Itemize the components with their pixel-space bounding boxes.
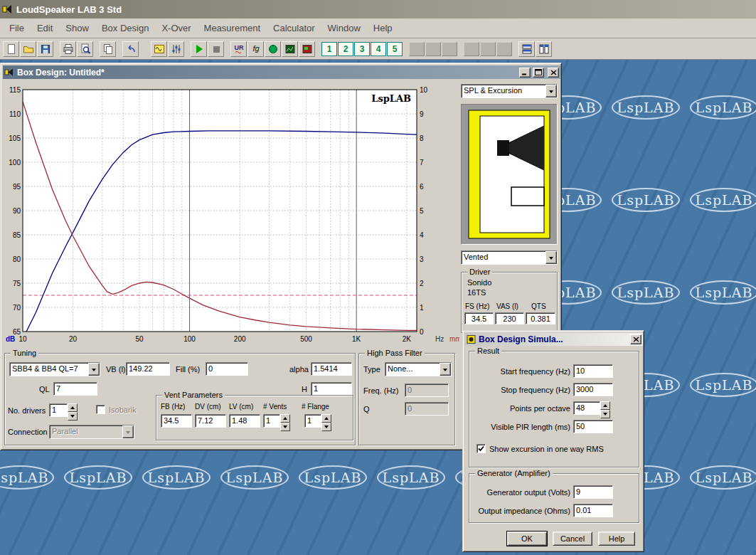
- wallpaper-logo: LspLAB: [612, 95, 680, 120]
- print-preview-icon: [80, 43, 91, 55]
- enclosure-type-select[interactable]: Vented: [461, 250, 558, 265]
- view-mode-select[interactable]: SPL & Excursion: [461, 84, 558, 98]
- start-frequency-input[interactable]: 10: [573, 364, 613, 378]
- svg-text:mm: mm: [449, 335, 459, 343]
- menu-help[interactable]: Help: [367, 23, 399, 33]
- hpf-type-dropdown-arrow-icon[interactable]: [440, 363, 451, 376]
- wallpaper-logo: LspLAB: [690, 280, 756, 305]
- points-per-octave-value[interactable]: 48: [573, 401, 600, 415]
- signal-setup-button[interactable]: [151, 41, 167, 57]
- dv-input[interactable]: 7.12: [195, 414, 226, 428]
- screen-red-button[interactable]: [299, 41, 315, 57]
- result-group-label: Result: [475, 347, 501, 355]
- tile-horizontal-button[interactable]: [518, 41, 535, 57]
- svg-text:0: 0: [420, 328, 424, 336]
- view-mode-dropdown-arrow-icon[interactable]: [545, 85, 557, 97]
- preset-3-button[interactable]: 3: [354, 42, 370, 56]
- fg-button[interactable]: fg: [247, 41, 264, 57]
- menu-file[interactable]: File: [3, 23, 31, 33]
- save-button[interactable]: [37, 41, 53, 57]
- dialog-title-bar[interactable]: Box Design Simula...: [465, 333, 643, 346]
- record-button[interactable]: [265, 41, 281, 57]
- main-title-bar[interactable]: LoudSpeaker LAB 3 Std: [0, 0, 756, 18]
- flange-spinner[interactable]: 1: [304, 414, 331, 428]
- toolbar-blank-button[interactable]: [496, 42, 512, 56]
- svg-text:100: 100: [183, 335, 196, 343]
- ql-input[interactable]: 7: [53, 382, 97, 396]
- maximize-button[interactable]: [533, 68, 544, 78]
- toolbar-blank-button[interactable]: [442, 42, 457, 56]
- num-drivers-spinner[interactable]: 1: [49, 403, 78, 417]
- vb-input[interactable]: 149.22: [126, 362, 170, 376]
- minimize-button[interactable]: [519, 68, 531, 78]
- open-button[interactable]: [20, 41, 36, 57]
- alignment-select[interactable]: SBB4 & BB4 QL=7: [9, 362, 100, 376]
- hpf-type-select[interactable]: None...: [385, 362, 452, 376]
- spin-down-icon[interactable]: [600, 410, 610, 418]
- menu-xover[interactable]: X-Over: [155, 23, 197, 33]
- close-button[interactable]: [548, 68, 559, 78]
- stop-frequency-input[interactable]: 3000: [573, 383, 613, 396]
- fb-input[interactable]: 34.5: [161, 414, 192, 428]
- wallpaper-logo: LspLAB: [0, 465, 54, 490]
- menu-calculator[interactable]: Calculator: [267, 23, 321, 33]
- isobarik-checkbox[interactable]: Isobarik: [96, 405, 137, 414]
- dialog-close-button[interactable]: [630, 334, 641, 344]
- alignment-dropdown-arrow-icon[interactable]: [88, 363, 100, 376]
- show-excursion-checkbox[interactable]: Show excursion in one way RMS: [477, 444, 604, 453]
- mixer-button[interactable]: [168, 41, 184, 57]
- fill-input[interactable]: 0: [206, 362, 248, 376]
- output-impedance-input[interactable]: 0.01: [573, 504, 613, 517]
- cancel-button[interactable]: Cancel: [553, 532, 592, 546]
- isobarik-checkbox-box[interactable]: [96, 405, 105, 414]
- toolbar-blank-button[interactable]: [425, 42, 441, 56]
- menu-box-design[interactable]: Box Design: [95, 23, 155, 33]
- menu-edit[interactable]: Edit: [31, 23, 59, 33]
- spin-up-icon[interactable]: [321, 414, 331, 423]
- spin-up-icon[interactable]: [68, 403, 78, 412]
- toolbar-blank-button[interactable]: [464, 42, 479, 56]
- copy-button[interactable]: [100, 41, 116, 57]
- preset-4-button[interactable]: 4: [371, 42, 386, 56]
- preset-5-button[interactable]: 5: [387, 42, 403, 56]
- print-button[interactable]: [60, 41, 76, 57]
- spin-down-icon[interactable]: [68, 412, 78, 421]
- menu-show[interactable]: Show: [59, 23, 95, 33]
- preset-1-button[interactable]: 1: [321, 42, 337, 56]
- help-button[interactable]: Help: [598, 532, 635, 546]
- print-preview-button[interactable]: [77, 41, 93, 57]
- generator-output-input[interactable]: 9: [573, 485, 613, 499]
- spin-down-icon[interactable]: [321, 423, 331, 431]
- spin-down-icon[interactable]: [280, 423, 290, 431]
- spin-up-icon[interactable]: [280, 414, 290, 423]
- tuning-group: Tuning SBB4 & BB4 QL=7 VB (l) 149.22 Fil…: [4, 353, 356, 445]
- lv-input[interactable]: 1.48: [229, 414, 260, 428]
- dialog-icon: [467, 334, 477, 344]
- menu-measurement[interactable]: Measurement: [198, 23, 267, 33]
- vents-value[interactable]: 1: [263, 414, 280, 428]
- box-design-title-bar[interactable]: Box Design: Untitled*: [3, 65, 560, 79]
- spin-up-icon[interactable]: [600, 401, 610, 410]
- vents-spinner[interactable]: 1: [263, 414, 290, 428]
- pir-length-input[interactable]: 50: [573, 420, 613, 433]
- undo-button[interactable]: [122, 41, 139, 57]
- play-button[interactable]: [191, 41, 207, 57]
- tile-vertical-button[interactable]: [536, 41, 552, 57]
- screen-green-button[interactable]: [282, 41, 298, 57]
- new-document-button[interactable]: [3, 41, 19, 57]
- show-excursion-checkbox-box[interactable]: [477, 444, 486, 453]
- ok-button[interactable]: OK: [507, 532, 547, 546]
- num-drivers-value[interactable]: 1: [49, 403, 68, 417]
- points-per-octave-spinner[interactable]: 48: [573, 401, 610, 415]
- ur-button[interactable]: UR: [230, 41, 247, 57]
- preset-2-button[interactable]: 2: [338, 42, 353, 56]
- toolbar-blank-button[interactable]: [480, 42, 496, 56]
- enclosure-dropdown-arrow-icon[interactable]: [545, 251, 557, 264]
- flange-value[interactable]: 1: [304, 414, 321, 428]
- start-frequency-label: Start frequency (Hz): [471, 367, 570, 376]
- toolbar-blank-button[interactable]: [409, 42, 425, 56]
- wallpaper-logo: LspLAB: [64, 465, 132, 490]
- spl-excursion-chart[interactable]: 6570758085909510010511011501234567891010…: [4, 81, 459, 346]
- stop-button[interactable]: [208, 41, 224, 57]
- menu-window[interactable]: Window: [321, 23, 367, 33]
